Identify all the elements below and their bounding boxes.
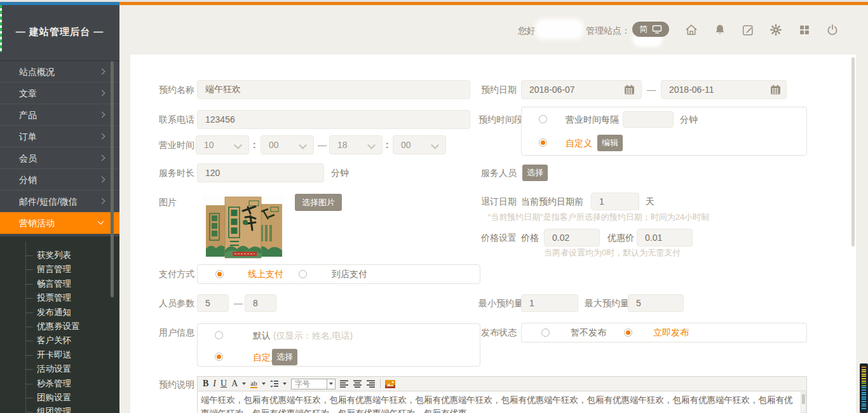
editor-text[interactable]: 端午狂欢，包厢有优惠端午狂欢，包厢有优惠端午狂欢，包厢有优惠端午狂欢，包厢有优惠…: [198, 391, 806, 413]
panel-scrollbar[interactable]: [851, 57, 855, 247]
editor-scrollbar[interactable]: [801, 392, 806, 413]
image-label: 图片: [159, 193, 177, 212]
max-booking-label: 最大预约量: [585, 294, 629, 313]
floating-widget[interactable]: [860, 363, 868, 413]
sidebar-subitem-1[interactable]: 获奖列表: [0, 248, 119, 262]
booking-name-input[interactable]: [197, 80, 470, 99]
min-booking-input[interactable]: [521, 294, 578, 312]
time-slot-interval-input[interactable]: [623, 111, 674, 128]
sidebar-subitem-2[interactable]: 留言管理: [0, 262, 119, 276]
bold-button[interactable]: B: [203, 379, 208, 389]
service-duration-label: 服务时长: [159, 163, 194, 182]
tree-branch: [25, 284, 33, 285]
sidebar-subitem-4[interactable]: 投票管理: [0, 291, 119, 305]
end-hour-select[interactable]: 18: [329, 135, 383, 154]
cancel-days-input[interactable]: [591, 193, 639, 210]
sidebar-item-2[interactable]: 文章: [0, 83, 119, 104]
time-slot-business-radio[interactable]: [539, 115, 547, 123]
publish-hold-radio[interactable]: [541, 328, 550, 337]
user-info-select-button[interactable]: 选择: [272, 349, 297, 365]
max-booking-input[interactable]: [628, 294, 684, 312]
bell-icon[interactable]: [713, 23, 727, 37]
sidebar-item-5[interactable]: 会员: [0, 147, 119, 169]
end-minute-select[interactable]: 00: [393, 135, 446, 154]
start-minute-select[interactable]: 00: [261, 135, 314, 154]
user-info-default-radio[interactable]: [215, 331, 223, 339]
line-height-icon[interactable]: [270, 380, 278, 388]
sidebar-subitem-3[interactable]: 畅言管理: [0, 277, 119, 291]
calendar-icon[interactable]: [624, 85, 635, 95]
sidebar-scrollbar[interactable]: [111, 61, 114, 297]
sidebar-item-3[interactable]: 产品: [0, 104, 119, 126]
price-label: 价格: [521, 228, 539, 247]
publish-now-radio[interactable]: [624, 328, 632, 337]
user-info-custom-radio[interactable]: [215, 353, 223, 361]
business-hours-label: 营业时间: [159, 135, 194, 154]
line-height-caret-icon[interactable]: [283, 383, 287, 385]
payment-store-label: 到店支付: [332, 264, 367, 284]
font-color-caret-icon[interactable]: [242, 383, 246, 385]
tree-branch: [25, 341, 33, 341]
sidebar-subitem-7[interactable]: 客户关怀: [0, 334, 119, 348]
edit-icon[interactable]: [741, 23, 755, 37]
tree-branch: [25, 384, 33, 384]
publish-status-label: 发布状态: [481, 323, 517, 342]
chevron-right-icon: [99, 133, 105, 140]
sidebar-item-1[interactable]: 站点概况: [0, 61, 119, 83]
sidebar-subnav: 获奖列表留言管理畅言管理投票管理发布通知优惠券设置客户关怀开卡即送活动设置秒杀管…: [0, 236, 119, 413]
underline-button[interactable]: U: [220, 379, 227, 389]
highlight-button[interactable]: ab: [250, 379, 257, 388]
payment-store-radio[interactable]: [299, 270, 307, 278]
sidebar-subitem-11[interactable]: 团购设置: [0, 391, 119, 405]
font-size-dropdown-icon[interactable]: [327, 379, 335, 389]
sidebar-item-7[interactable]: 邮件/短信/微信: [0, 191, 119, 212]
sidebar-subitem-5[interactable]: 发布通知: [0, 306, 119, 320]
people-min-input[interactable]: [197, 294, 229, 312]
editor-content-area[interactable]: 端午狂欢，包厢有优惠端午狂欢，包厢有优惠端午狂欢，包厢有优惠端午狂欢，包厢有优惠…: [197, 391, 807, 413]
contact-phone-input[interactable]: [197, 110, 470, 129]
sidebar-subitem-12[interactable]: 组团管理: [0, 405, 119, 413]
power-icon[interactable]: [825, 23, 839, 37]
gear-icon[interactable]: [769, 23, 783, 37]
sidebar-subitem-6[interactable]: 优惠券设置: [0, 320, 119, 334]
time-slot-custom-radio[interactable]: [539, 139, 547, 147]
sidebar-subitem-8[interactable]: 开卡即送: [0, 348, 119, 362]
language-button[interactable]: 简: [632, 22, 669, 37]
choose-image-button[interactable]: 选择图片: [295, 194, 342, 211]
calendar-icon[interactable]: [770, 85, 781, 95]
tree-branch: [25, 412, 33, 412]
price-input[interactable]: [544, 229, 600, 247]
align-left-icon[interactable]: [340, 380, 349, 388]
time-slot-edit-button[interactable]: 编辑: [597, 135, 623, 151]
cancel-policy-unit: 天: [646, 192, 654, 211]
sidebar-subitem-10[interactable]: 秒杀管理: [0, 377, 119, 391]
top-orange-strip: [119, 2, 868, 5]
sidebar-item-label: 分销: [19, 175, 37, 185]
user-info-default-hint: (仅显示：姓名,电话): [273, 330, 353, 341]
service-staff-select-button[interactable]: 选择: [522, 165, 548, 181]
chevron-right-icon: [99, 90, 105, 97]
insert-image-icon[interactable]: [385, 380, 395, 388]
booking-date-end-input[interactable]: [661, 80, 787, 99]
people-max-input[interactable]: [245, 294, 276, 312]
payment-online-label[interactable]: 线上支付: [248, 264, 283, 284]
sidebar-item-8[interactable]: 营销活动: [0, 212, 119, 234]
sidebar-item-6[interactable]: 分销: [0, 169, 119, 191]
home-icon[interactable]: [684, 23, 698, 37]
sidebar-item-4[interactable]: 订单: [0, 126, 119, 147]
sidebar: — 建站管理后台 — 站点概况文章产品订单会员分销邮件/短信/微信营销活动 获奖…: [0, 5, 119, 413]
publish-now-label[interactable]: 立即发布: [653, 323, 689, 342]
apps-icon[interactable]: [797, 23, 811, 37]
align-center-icon[interactable]: [353, 380, 362, 388]
time-slot-custom-label[interactable]: 自定义: [566, 133, 592, 152]
italic-button[interactable]: I: [213, 379, 216, 389]
highlight-caret-icon[interactable]: [262, 383, 266, 385]
start-hour-select[interactable]: 10: [196, 135, 249, 154]
font-size-select[interactable]: 字号: [291, 379, 336, 389]
discount-price-input[interactable]: [637, 229, 693, 247]
sidebar-subitem-9[interactable]: 活动设置: [0, 362, 119, 376]
service-duration-input[interactable]: [197, 163, 324, 182]
payment-online-radio[interactable]: [215, 270, 224, 278]
font-color-button[interactable]: A: [231, 379, 238, 389]
align-right-icon[interactable]: [367, 380, 376, 388]
